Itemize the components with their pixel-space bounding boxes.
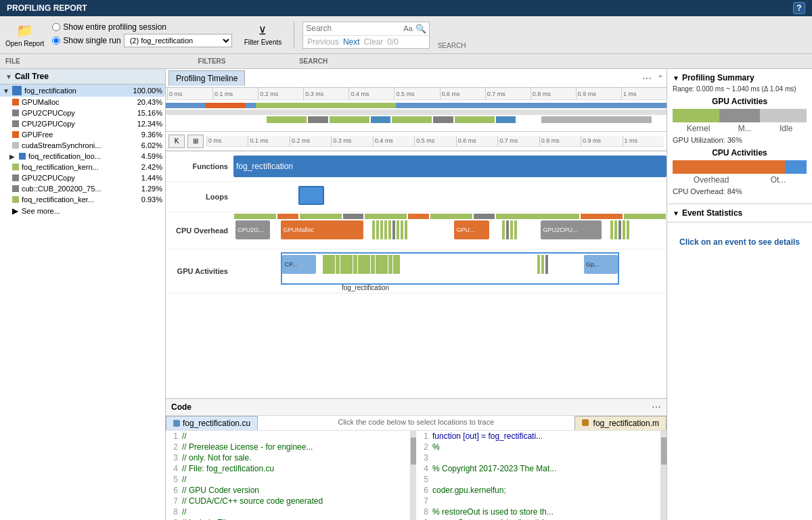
click-event-detail-text: Click on an event to see details	[667, 222, 812, 262]
cpu-overhead-text: CPU Overhead: 84%	[673, 187, 807, 195]
other-bar-seg	[785, 160, 807, 174]
list-item[interactable]: CPU2GPUCopy 12.34%	[0, 118, 165, 129]
code-pane-m[interactable]: 1function [out] = fog_rectificati... 2% …	[416, 431, 661, 520]
cp-bar[interactable]: CP...	[282, 255, 316, 274]
expand-more-icon: ▶	[12, 206, 19, 216]
match-case-toggle[interactable]: Aa	[403, 24, 412, 32]
item-name: GPUFree	[22, 131, 129, 139]
timeline-overview: 0 ms 0.1 ms 0.2 ms 0.3 ms 0.4 ms 0.5 ms …	[166, 88, 667, 132]
gpu-activities-title: GPU Activities	[673, 97, 807, 106]
ruler-tick: 0.8 ms	[539, 136, 581, 146]
gpu2cpu-bar[interactable]: GPU2CPU...	[541, 220, 602, 239]
toolbar-divider	[294, 22, 294, 49]
show-entire-radio[interactable]	[52, 23, 60, 31]
list-item[interactable]: ▶ foq_rectification_loo... 4.59%	[0, 151, 165, 162]
run-select[interactable]: (2) fog_rectification	[124, 34, 232, 47]
list-item[interactable]: GPUFree 9.36%	[0, 129, 165, 140]
list-item[interactable]: GPU2CPUCopy 1.44%	[0, 172, 165, 183]
app-title: PROFILING REPORT	[7, 3, 87, 13]
functions-content[interactable]: fog_rectification	[233, 151, 667, 181]
timeline-bars	[166, 100, 667, 132]
timeline-green-bar	[256, 103, 396, 108]
filter-events-button[interactable]: ⊻ Filter Events	[244, 24, 282, 46]
event-statistics-title: Event Statistics	[682, 208, 742, 218]
scroll-indicator-right[interactable]	[661, 431, 667, 520]
timeline-gray-right	[541, 116, 652, 123]
ruler-tick: 1 ms	[623, 136, 664, 146]
code-line: 7// CUDA/C/C++ source code generated	[166, 496, 410, 506]
scroll-indicator-left[interactable]	[411, 431, 416, 520]
see-more-label: See more...	[22, 207, 162, 215]
code-pane-cu[interactable]: 1// 2// Prerelease License - for enginee…	[166, 431, 411, 520]
summary-collapse-icon[interactable]: ▼	[673, 74, 679, 82]
see-more-item[interactable]: ▶ See more...	[0, 205, 165, 217]
expand-icon[interactable]: ▼	[3, 87, 9, 95]
timeline-small-bars	[266, 116, 516, 123]
item-color-box	[12, 185, 19, 192]
show-single-radio-row[interactable]: Show single run (2) fog_rectification	[52, 34, 231, 47]
profiling-timeline-tab[interactable]: Profiling Timeline	[168, 70, 245, 86]
code-tab-cu[interactable]: fog_rectification.cu	[166, 416, 258, 430]
code-line: 7	[416, 496, 660, 506]
list-item[interactable]: GPUMalloc 20.43%	[0, 97, 165, 108]
ruler-tick: 0.2 ms	[290, 136, 331, 146]
ruler-tick: 0.5 ms	[394, 88, 439, 99]
next-button[interactable]: Next	[343, 37, 360, 47]
item-name: foq_rectification_ker...	[22, 195, 129, 204]
toolbar: 📁 Open Report Show entire profiling sess…	[0, 16, 812, 54]
cpu-activities-title: CPU Activities	[673, 148, 807, 158]
timeline-more-button[interactable]: ⋯	[642, 73, 652, 84]
code-line: 6// GPU Coder version	[166, 485, 410, 496]
filter-icon: ⊻	[258, 24, 267, 37]
collapse-icon[interactable]: ▼	[5, 73, 12, 80]
profiling-summary-title: Profiling Summary	[682, 73, 754, 82]
cpu-overhead-content[interactable]: CPU2G... GPUMalloc GPU... GPU2CPU...	[233, 212, 667, 249]
item-name: foq_rectification_loo...	[28, 152, 129, 160]
kernel-btn-grid[interactable]: ⊞	[187, 135, 204, 148]
tree-item-root[interactable]: ▼ fog_rectification 100.00%	[0, 85, 165, 97]
gp-bar[interactable]: Gp...	[584, 255, 618, 274]
search-icon[interactable]: 🔍	[415, 24, 426, 34]
call-tree-items: ▼ fog_rectification 100.00% GPUMalloc 20…	[0, 85, 165, 520]
item-pct: 6.02%	[132, 141, 162, 149]
item-name: foq_rectification_kern...	[22, 163, 129, 171]
kernel-btn-k[interactable]: K	[168, 135, 185, 148]
code-tabs: fog_rectification.cu Click the code belo…	[166, 416, 667, 431]
cpu2g-bar[interactable]: CPU2G...	[235, 220, 270, 239]
item-name: cub::CUB_200200_75...	[22, 185, 129, 193]
expand-icon[interactable]: ▶	[9, 153, 16, 160]
search-section-label: SEARCH	[438, 42, 466, 51]
code-tab-m[interactable]: fog_rectification.m	[574, 416, 667, 430]
clear-button[interactable]: Clear	[364, 37, 384, 47]
event-stats-collapse-icon[interactable]: ▼	[673, 210, 679, 217]
previous-button[interactable]: Previous	[307, 37, 339, 47]
code-line: 9// Include Files	[166, 517, 410, 520]
section-labels-row: FILE FILTERS SEARCH	[0, 54, 812, 69]
functions-trace-row: Functions fog_rectification	[166, 151, 667, 182]
list-item[interactable]: cudaStreamSynchroni... 6.02%	[0, 140, 165, 151]
show-entire-radio-row[interactable]: Show entire profiling session	[52, 22, 231, 32]
help-button[interactable]: ?	[793, 2, 805, 14]
panel-collapse-button[interactable]: ⌃	[657, 74, 664, 83]
show-single-label: Show single run	[63, 36, 120, 45]
search-input[interactable]	[306, 24, 401, 33]
ruler-tick: 0.1 ms	[248, 136, 289, 146]
fog-rectification-bar[interactable]: fog_rectification	[233, 156, 667, 177]
list-item[interactable]: cub::CUB_200200_75... 1.29%	[0, 183, 165, 194]
loops-content[interactable]	[233, 182, 667, 212]
list-item[interactable]: foq_rectification_ker... 0.93%	[0, 194, 165, 205]
gpu-activities-content[interactable]: CP...	[233, 250, 667, 293]
gpumalloc-bar[interactable]: GPUMalloc	[281, 220, 363, 239]
ruler-tick: 0 ms	[167, 88, 212, 99]
show-single-radio[interactable]	[52, 37, 60, 45]
scroll-thumb	[411, 438, 416, 465]
gpu-bar[interactable]: GPU...	[454, 220, 489, 239]
loop-bar[interactable]	[298, 186, 324, 205]
show-entire-label: Show entire profiling session	[63, 22, 166, 32]
ruler-tick: 0.1 ms	[212, 88, 258, 99]
code-title: Code	[171, 402, 191, 412]
list-item[interactable]: foq_rectification_kern... 2.42%	[0, 162, 165, 172]
list-item[interactable]: GPU2CPUCopy 15.16%	[0, 108, 165, 118]
code-more-button[interactable]: ⋯	[652, 402, 661, 412]
open-report-button[interactable]: 📁 Open Report	[5, 22, 44, 47]
